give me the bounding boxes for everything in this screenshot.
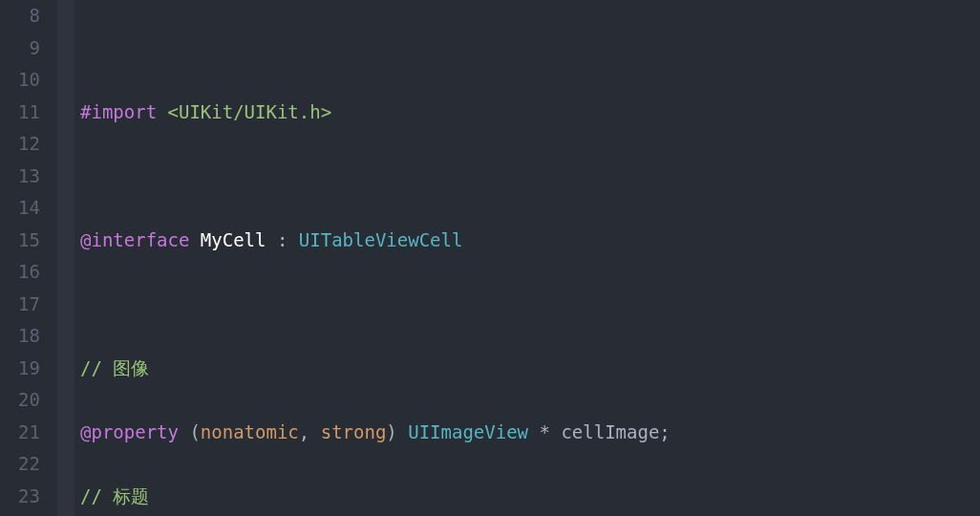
star: * [528, 421, 561, 442]
line-number: 10 [0, 64, 40, 97]
line-number: 16 [0, 256, 40, 289]
code-editor[interactable]: #import <UIKit/UIKit.h> @interface MyCel… [75, 0, 980, 516]
line-number: 14 [0, 192, 40, 225]
comment: // 标题 [80, 485, 149, 506]
attr-strong: strong [321, 421, 387, 442]
paren: ) [386, 421, 408, 442]
line-number: 19 [0, 353, 40, 385]
paren: ( [179, 421, 201, 442]
code-line[interactable] [80, 32, 980, 65]
attr-nonatomic: nonatomic [201, 421, 299, 442]
import-header: <UIKit/UIKit.h> [168, 101, 332, 122]
colon: : [266, 229, 298, 250]
comma: , [299, 421, 321, 442]
type-name: UIImageView [408, 421, 528, 442]
semicolon: ; [659, 421, 670, 442]
code-line[interactable] [80, 289, 980, 321]
class-name: MyCell [201, 229, 266, 250]
comment: // 图像 [80, 357, 149, 378]
line-number: 13 [0, 161, 40, 193]
line-number-gutter: 8 9 10 11 12 13 14 15 16 17 18 19 20 21 … [0, 0, 57, 516]
line-number: 8 [0, 0, 40, 32]
import-keyword: #import [80, 101, 157, 122]
code-line[interactable]: #import <UIKit/UIKit.h> [80, 97, 980, 129]
line-number: 21 [0, 417, 40, 449]
code-line[interactable]: // 图像 [80, 353, 980, 385]
code-line[interactable]: @interface MyCell : UITableViewCell [80, 225, 980, 257]
line-number: 23 [0, 481, 40, 513]
fold-column [57, 0, 75, 516]
property-keyword: @property [80, 421, 179, 442]
code-line[interactable]: @property (nonatomic, strong) UIImageVie… [80, 417, 980, 449]
line-number: 18 [0, 320, 40, 353]
line-number: 17 [0, 289, 40, 321]
code-line[interactable]: // 标题 [80, 481, 980, 513]
line-number: 22 [0, 448, 40, 481]
line-number: 11 [0, 97, 40, 129]
superclass: UITableViewCell [299, 229, 463, 250]
identifier: cellImage [561, 421, 659, 442]
interface-keyword: @interface [80, 229, 189, 250]
line-number: 12 [0, 128, 40, 161]
line-number: 20 [0, 384, 40, 417]
line-number: 15 [0, 225, 40, 257]
code-line[interactable] [80, 161, 980, 193]
line-number: 9 [0, 32, 40, 65]
